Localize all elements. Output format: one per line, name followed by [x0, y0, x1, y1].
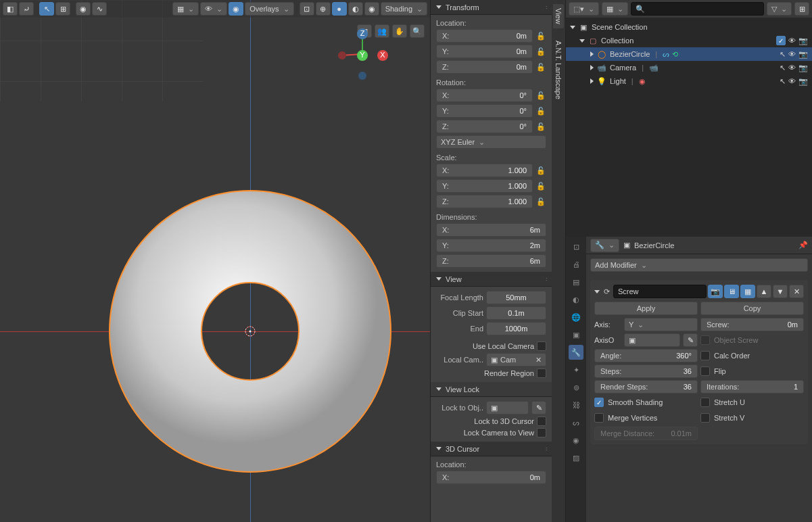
merge-vertices-checkbox[interactable]	[594, 413, 604, 423]
close-icon[interactable]: ✕	[789, 285, 804, 298]
close-icon[interactable]: ✕	[535, 356, 542, 364]
lock-to-object-field[interactable]: ▣	[486, 401, 529, 414]
grip-icon[interactable]: ::::	[546, 276, 546, 282]
use-local-camera-checkbox[interactable]	[537, 341, 546, 351]
rotation-x-field[interactable]: X:0°	[436, 89, 533, 102]
tab-ant-landscape[interactable]: A.N.T. Landscape	[554, 41, 563, 99]
modifier-icon[interactable]: ⟲	[672, 50, 678, 59]
overlays-toggle-icon[interactable]: ◉	[229, 2, 243, 16]
focal-length-field[interactable]: 50mm	[486, 291, 546, 304]
view-panel-header[interactable]: View::::	[431, 272, 552, 287]
lock-icon[interactable]: 🔓	[535, 47, 546, 56]
angle-field[interactable]: Angle:360°	[594, 349, 698, 362]
view-lock-header[interactable]: View Lock	[431, 382, 552, 397]
tab-viewlayer[interactable]: ▤	[569, 275, 583, 289]
grip-icon[interactable]: ::::	[546, 446, 546, 452]
new-collection-icon[interactable]: ⊞	[794, 2, 809, 16]
lock-camera-checkbox[interactable]	[537, 428, 546, 437]
tab-scene[interactable]: ◐	[569, 292, 583, 307]
solid-shading-icon[interactable]: ●	[332, 2, 347, 16]
tab-view[interactable]: View	[553, 4, 564, 28]
lock-icon[interactable]: 🔓	[535, 122, 546, 131]
tab-modifiers[interactable]: 🔧	[569, 345, 583, 360]
snap-icon[interactable]: ◉	[76, 2, 91, 16]
dim-y-field[interactable]: Y:2m	[436, 239, 546, 252]
location-y-field[interactable]: Y:0m	[436, 45, 533, 58]
apply-button[interactable]: Apply	[594, 302, 698, 315]
rotation-y-field[interactable]: Y:0°	[436, 104, 533, 118]
show-render-icon[interactable]: 📷	[708, 285, 723, 298]
transform-panel-header[interactable]: Transform::::	[431, 0, 552, 15]
stretch-v-checkbox[interactable]	[700, 413, 710, 423]
iterations-field[interactable]: Iterations:1	[700, 380, 804, 394]
select-mode-icon[interactable]: ↖	[39, 2, 54, 16]
tab-physics[interactable]: ⊚	[569, 380, 583, 395]
tab-constraints[interactable]: ⛓	[569, 398, 583, 412]
smooth-shading-checkbox[interactable]	[594, 398, 604, 407]
collection-checkbox[interactable]	[776, 36, 786, 45]
dim-z-field[interactable]: Z:6m	[436, 254, 546, 268]
tab-object[interactable]: ▣	[569, 327, 583, 342]
show-editmode-icon[interactable]: ▦	[740, 285, 755, 298]
lock-3d-cursor-checkbox[interactable]	[537, 417, 546, 426]
outliner-display-dropdown[interactable]: ▦	[602, 2, 628, 16]
location-z-field[interactable]: Z:0m	[436, 60, 533, 74]
eye-icon[interactable]: 👁	[788, 37, 796, 45]
render-steps-field[interactable]: Render Steps:36	[594, 380, 698, 394]
calc-order-checkbox[interactable]	[700, 351, 710, 360]
pan-icon[interactable]: ✋	[392, 24, 407, 38]
outliner-mode-dropdown[interactable]: ⬚▾	[569, 2, 599, 16]
scale-x-field[interactable]: X:1.000	[436, 164, 533, 177]
location-x-field[interactable]: X:0m	[436, 29, 533, 43]
scene-collection-row[interactable]: ▣ Scene Collection	[566, 20, 812, 34]
move-up-icon[interactable]: ▲	[757, 285, 771, 298]
lock-icon[interactable]: 🔓	[535, 91, 546, 100]
proportional-icon[interactable]: ∿	[92, 2, 107, 16]
light-row[interactable]: 💡 Light | ◉ ↖ 👁 📷	[566, 74, 812, 88]
wireframe-shading-icon[interactable]: ⊕	[316, 2, 331, 16]
matprev-shading-icon[interactable]: ◐	[348, 2, 363, 16]
overlays-dropdown[interactable]: Overlays	[245, 2, 293, 16]
eye-icon[interactable]: 👁	[788, 77, 796, 85]
select-icon[interactable]: ↖	[780, 50, 786, 59]
scale-y-field[interactable]: Y:1.000	[436, 179, 533, 193]
lock-icon[interactable]: 🔓	[535, 166, 546, 175]
header-icon[interactable]: ⤾	[19, 2, 34, 16]
eyedropper-icon[interactable]: ✎	[683, 333, 698, 347]
gizmo-dropdown[interactable]: 👁	[200, 2, 227, 16]
stretch-u-checkbox[interactable]	[700, 398, 710, 407]
disclosure-icon[interactable]	[594, 290, 600, 293]
rendered-shading-icon[interactable]: ◉	[364, 2, 379, 16]
lock-icon[interactable]: 🔓	[535, 32, 546, 41]
cursor-x-field[interactable]: X:0m	[436, 471, 546, 484]
curve-data-icon[interactable]: ᔕ	[663, 50, 669, 59]
camera-icon[interactable]: 📷	[798, 77, 808, 86]
camera-data-icon[interactable]: 📹	[649, 64, 659, 72]
screw-field[interactable]: Screw:0m	[700, 318, 804, 331]
local-camera-field[interactable]: ▣Cam✕	[486, 353, 546, 366]
editor-type-icon[interactable]: ◧	[3, 2, 18, 16]
eye-icon[interactable]: 👁	[788, 50, 796, 58]
select-icon[interactable]: ↖	[780, 64, 786, 72]
rotation-z-field[interactable]: Z:0°	[436, 120, 533, 133]
properties-context-dropdown[interactable]: 🔧	[590, 239, 619, 252]
scale-z-field[interactable]: Z:1.000	[436, 195, 533, 208]
lock-icon[interactable]: 🔓	[535, 63, 546, 72]
bezier-circle-row[interactable]: ◯ BezierCircle | ᔕ ⟲ ↖ 👁 📷	[566, 47, 812, 61]
tab-render[interactable]: ⊡	[569, 239, 583, 254]
tab-material[interactable]: ◉	[569, 433, 583, 448]
steps-field[interactable]: Steps:36	[594, 364, 698, 378]
camera-icon[interactable]: 📷	[798, 37, 808, 45]
grip-icon[interactable]: ::::	[546, 4, 546, 10]
disclosure-icon[interactable]	[579, 39, 585, 43]
tab-particles[interactable]: ✦	[569, 362, 583, 377]
tab-output[interactable]: 🖨	[569, 257, 583, 272]
modifier-name-field[interactable]: Screw	[613, 285, 707, 298]
select-icon[interactable]: ↖	[780, 77, 786, 86]
object-screw-checkbox[interactable]	[700, 335, 710, 345]
eye-icon[interactable]: 👁	[788, 64, 796, 72]
clip-end-field[interactable]: 1000m	[486, 322, 546, 335]
copy-button[interactable]: Copy	[700, 302, 804, 315]
tab-texture[interactable]: ▨	[569, 450, 583, 465]
navigation-gizmo[interactable]: X Y Z	[335, 27, 389, 81]
